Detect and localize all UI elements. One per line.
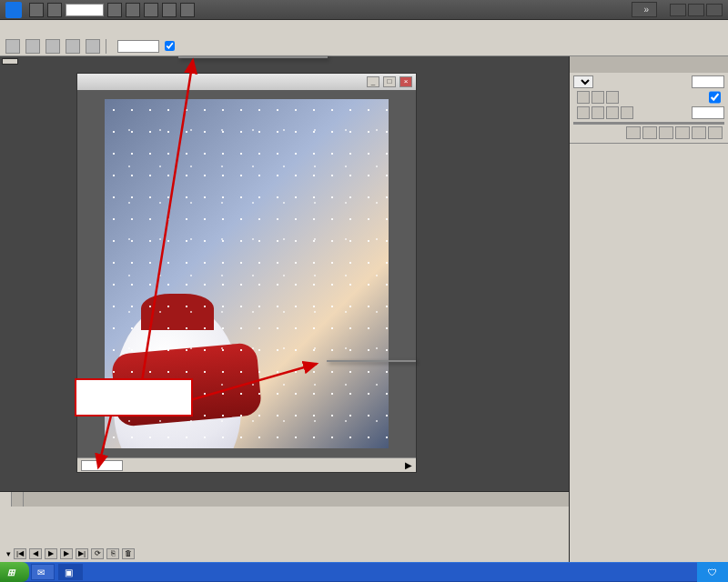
last-frame-button[interactable]: ▶|: [76, 548, 88, 559]
annotation-callout: [75, 378, 193, 416]
next-frame-button[interactable]: ▶: [60, 548, 73, 559]
prev-frame-button[interactable]: ◀: [29, 548, 42, 559]
ps-logo: [5, 2, 22, 18]
link-layers-button[interactable]: [626, 126, 641, 139]
fill-input[interactable]: [692, 106, 724, 119]
anim-tab-frames[interactable]: [0, 492, 12, 507]
blend-mode-select[interactable]: [573, 75, 593, 88]
filter-menu: [178, 56, 328, 58]
tool-preset-icon[interactable]: [5, 39, 20, 54]
menubar: [0, 20, 728, 36]
new-group-button[interactable]: [675, 126, 690, 139]
filter-submenu: [327, 360, 416, 362]
status-zoom-input[interactable]: [81, 460, 123, 471]
right-panel-dock: [569, 56, 728, 562]
taskbar-item-photoshop[interactable]: ▣: [58, 564, 83, 580]
new-layer-button[interactable]: [692, 126, 706, 139]
layers-panel-tabs: [570, 56, 728, 73]
taskbar-item-mail[interactable]: ✉: [31, 564, 55, 580]
tray-shield-icon[interactable]: 🛡: [708, 567, 717, 577]
options-bar: [0, 36, 728, 56]
unify-style-icon[interactable]: [606, 91, 619, 104]
close-button[interactable]: [706, 4, 723, 16]
unify-visibility-icon[interactable]: [592, 91, 604, 104]
unify-position-icon[interactable]: [577, 91, 590, 104]
document-titlebar[interactable]: _ □ ×: [77, 74, 416, 90]
lock-transparency-icon[interactable]: [577, 106, 590, 119]
propagate-frame-checkbox[interactable]: [709, 91, 721, 104]
opacity-input[interactable]: [692, 75, 724, 88]
document-statusbar: ▶: [77, 457, 416, 472]
screen-mode-icon[interactable]: [180, 3, 195, 17]
windows-taskbar: ⊞ ✉ ▣ 🛡: [0, 562, 728, 582]
launch-bridge-icon[interactable]: [29, 3, 44, 17]
animation-panel: ▾ |◀ ◀ ▶ ▶ ▶| ⟳ ⎘ 🗑: [0, 491, 569, 562]
arrange-docs-icon[interactable]: [162, 3, 177, 17]
animation-frames: [0, 507, 569, 547]
hand-tool-icon[interactable]: [107, 3, 122, 17]
rotate-view-icon[interactable]: [144, 3, 158, 17]
doc-minimize-button[interactable]: _: [367, 76, 379, 87]
antialias-checkbox[interactable]: [165, 41, 175, 51]
view-extras-icon[interactable]: [47, 3, 62, 17]
doc-maximize-button[interactable]: □: [383, 76, 396, 87]
delete-frame-button[interactable]: 🗑: [122, 548, 135, 559]
minimize-button[interactable]: [670, 4, 686, 16]
marquee-subtract-icon[interactable]: [66, 39, 80, 54]
restore-button[interactable]: [688, 4, 704, 16]
zoom-tool-icon[interactable]: [126, 3, 140, 17]
marquee-rect-icon[interactable]: [25, 39, 40, 54]
workspace-switcher[interactable]: »: [632, 2, 657, 17]
start-button[interactable]: ⊞: [0, 562, 29, 582]
marquee-add-icon[interactable]: [46, 39, 60, 54]
feather-input[interactable]: [117, 40, 159, 53]
doc-close-button[interactable]: ×: [399, 76, 412, 87]
stage: _ □ × ▶: [0, 56, 569, 491]
anim-tab-log[interactable]: [12, 492, 24, 507]
delete-layer-button[interactable]: [708, 126, 723, 139]
lock-all-icon[interactable]: [621, 106, 633, 119]
toolbox: [2, 58, 18, 65]
layer-mask-button[interactable]: [659, 126, 673, 139]
tween-button[interactable]: ⟳: [91, 548, 104, 559]
play-button[interactable]: ▶: [45, 548, 57, 559]
system-tray[interactable]: 🛡: [697, 562, 728, 582]
zoom-input[interactable]: [66, 4, 104, 16]
lock-image-icon[interactable]: [592, 106, 604, 119]
layer-style-button[interactable]: [642, 126, 657, 139]
app-topbar: »: [0, 0, 728, 20]
chevron-right-icon: »: [643, 5, 649, 15]
marquee-intersect-icon[interactable]: [86, 39, 100, 54]
new-frame-button[interactable]: ⎘: [106, 548, 119, 559]
lock-position-icon[interactable]: [606, 106, 619, 119]
first-frame-button[interactable]: |◀: [14, 548, 26, 559]
